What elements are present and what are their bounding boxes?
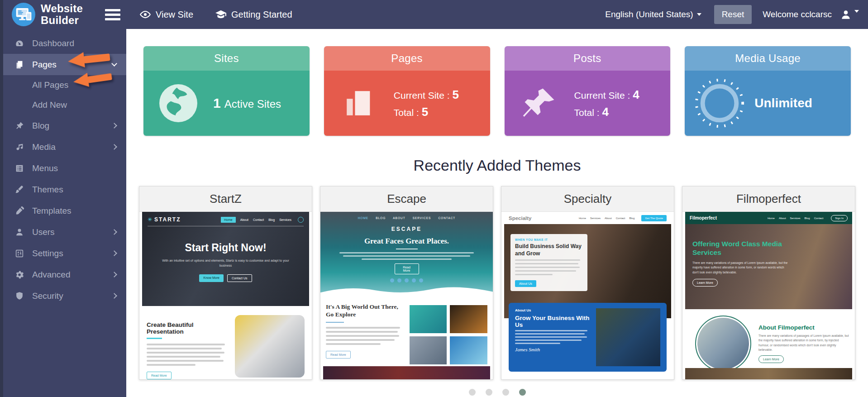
preview-headline: Build Business Solid Way and Grow [515, 243, 583, 257]
user-icon [14, 227, 24, 237]
total-label: Total : [394, 107, 419, 118]
stat-card-media-usage: Media Usage Unlimited [685, 46, 851, 136]
sidebar-item-themes[interactable]: Themes [0, 179, 126, 200]
theme-preview-filmoperfect: Filmoperfect Home About Services Blog Co… [682, 212, 855, 380]
preview-nav: Home Services About Contact Blog Get The… [579, 215, 667, 221]
chevron-down-icon [697, 13, 701, 16]
theme-card-specialty[interactable]: Specialty Specialty Home Services About … [501, 186, 674, 380]
current-site-label: Current Site : [574, 90, 630, 100]
dashboard-icon [14, 38, 24, 48]
preview-logo: ESCAPE [320, 226, 493, 232]
theme-card-filmoperfect[interactable]: Filmoperfect Filmoperfect Home About Ser… [682, 186, 855, 380]
pages-stat-icon [324, 86, 394, 121]
preview-button: Read More [395, 263, 419, 274]
preview-text-lines [147, 344, 229, 366]
total-label: Total : [574, 107, 600, 118]
gear-icon [14, 270, 24, 280]
sidebar-item-security[interactable]: Security [0, 285, 126, 306]
gauge-icon [685, 77, 754, 130]
theme-name: Escape [320, 187, 493, 212]
preview-section-heading: Grow Your Business With Us [515, 315, 591, 328]
chevron-right-icon [111, 272, 117, 277]
menus-icon [14, 163, 24, 173]
preview-photo-circle [695, 316, 751, 372]
preview-button: Learn More [758, 355, 784, 363]
preview-logo: Specialty [509, 215, 532, 221]
stat-card-title: Pages [324, 46, 490, 71]
preview-social-icons [320, 278, 493, 282]
preview-text-lines [320, 252, 493, 260]
theme-preview-startz: ✳ STARTZ Home About Contact Blog Service… [139, 212, 312, 380]
sidebar-item-settings[interactable]: Settings [0, 243, 126, 264]
media-icon [14, 142, 24, 152]
chevron-right-icon [111, 293, 117, 299]
graduation-cap-icon [215, 9, 227, 20]
preview-button: Get The Quote [641, 215, 667, 221]
sidebar: Dashboard Pages All Pages Add New Blog M… [0, 29, 126, 397]
theme-preview-specialty: Specialty Home Services About Contact Bl… [501, 212, 674, 380]
hamburger-menu-icon[interactable] [105, 9, 120, 20]
carousel-dot-4-active[interactable] [519, 389, 526, 396]
preview-kicker: WHEN YOU MAKE IT [515, 238, 583, 241]
sliders-icon [14, 249, 24, 258]
getting-started-link[interactable]: Getting Started [215, 9, 292, 20]
sidebar-item-label: Templates [32, 206, 72, 216]
posts-stat: Current Site :4 Total :4 [574, 85, 671, 122]
stat-card-posts: Posts Current Site :4 Total :4 [505, 46, 671, 136]
current-site-label: Current Site : [394, 90, 450, 100]
theme-name: StartZ [139, 187, 312, 212]
preview-nav: Home About Contact Blog Services [221, 217, 304, 223]
website-builder-logo-icon [12, 3, 35, 26]
sidebar-item-menus[interactable]: Menus [0, 158, 126, 179]
preview-button: Read More [147, 372, 172, 379]
preview-logo: STARTZ [154, 216, 181, 223]
theme-preview-escape: HOME BLOG ABOUT SERVICES CONTACT ESCAPE … [320, 212, 493, 380]
media-usage-stat: Unlimited [754, 96, 851, 110]
user-menu[interactable] [840, 9, 859, 20]
preview-signature: James Smith [515, 347, 591, 352]
chevron-down-icon [111, 61, 117, 67]
preview-photo-grid [410, 303, 488, 364]
carousel-dot-2[interactable] [486, 389, 492, 396]
sidebar-item-add-new[interactable]: Add New [0, 95, 126, 115]
theme-name: Filmoperfect [682, 187, 855, 212]
getting-started-label: Getting Started [231, 10, 292, 20]
sidebar-item-advanced[interactable]: Advanced [0, 264, 126, 285]
stat-card-title: Posts [505, 46, 671, 71]
preview-text-lines [515, 259, 583, 275]
sidebar-item-templates[interactable]: Templates [0, 200, 126, 221]
preview-button: Sign In [831, 215, 848, 221]
chevron-down-icon [854, 10, 859, 13]
preview-text-lines [515, 330, 591, 344]
language-selector[interactable]: English (United States) [605, 10, 701, 19]
carousel-dot-3[interactable] [502, 389, 509, 396]
preview-text: There are many variations of passages of… [692, 261, 790, 275]
preview-photo [235, 315, 305, 378]
paintbrush-icon [14, 185, 24, 195]
search-icon [298, 217, 304, 223]
chevron-right-icon [111, 250, 117, 256]
sidebar-item-label: Menus [32, 163, 58, 173]
theme-card-escape[interactable]: Escape HOME BLOG ABOUT SERVICES CONTACT … [320, 186, 493, 380]
brand[interactable]: Website Builder [0, 3, 105, 26]
preview-button: Contact Us [227, 274, 252, 282]
preview-headline: Start Right Now! [148, 242, 304, 254]
sidebar-item-label: All Pages [32, 80, 68, 90]
view-site-link[interactable]: View Site [139, 9, 193, 20]
active-sites-label: Active Sites [224, 98, 281, 110]
carousel-dot-1[interactable] [469, 389, 476, 396]
theme-card-startz[interactable]: StartZ ✳ STARTZ Home About Contact Blog … [139, 186, 312, 380]
preview-text-lines [326, 327, 404, 345]
chevron-right-icon [111, 123, 117, 129]
reset-button[interactable]: Reset [714, 5, 752, 24]
sidebar-item-users[interactable]: Users [0, 221, 126, 243]
sidebar-item-media[interactable]: Media [0, 136, 126, 158]
preview-section-label: About Us [515, 308, 591, 312]
sidebar-item-blog[interactable]: Blog [0, 115, 126, 136]
active-sites-count: 1 [213, 96, 221, 110]
sidebar-item-label: Dashboard [32, 38, 74, 48]
pushpin-stat-icon [505, 85, 574, 121]
theme-name: Specialty [501, 187, 674, 212]
recently-added-themes-heading: Recently Added Themes [126, 157, 868, 174]
window-edge [0, 0, 3, 397]
